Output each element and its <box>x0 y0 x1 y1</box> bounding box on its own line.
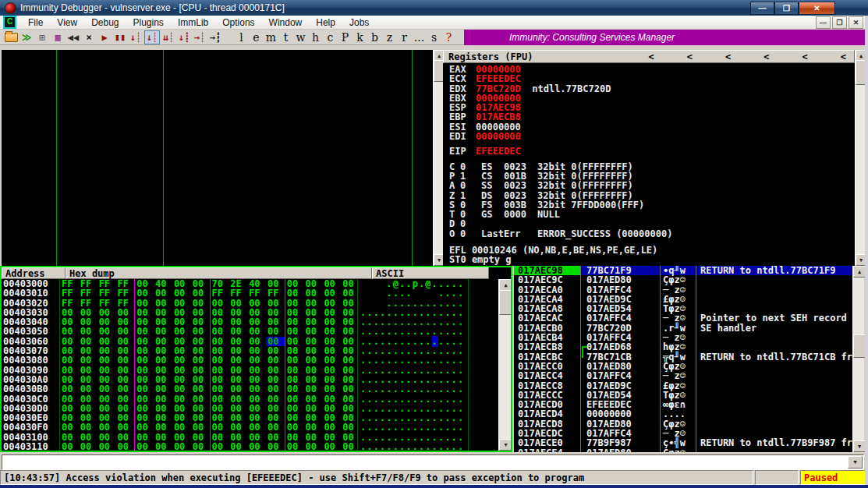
stack-row[interactable]: 017AECD400000000.... <box>514 409 852 419</box>
menu-item-help[interactable]: Help <box>309 16 342 29</box>
status-state-badge: Paused <box>800 470 868 485</box>
stack-row[interactable]: 017AECC4017AFFC4─ z☺ <box>514 371 852 380</box>
immunity-debugger-window: Immunity Debugger - vulnserver.exe - [CP… <box>0 0 868 488</box>
menu-item-debug[interactable]: Debug <box>84 16 126 29</box>
menu-bar: C FileViewDebugPluginsImmLibOptionsWindo… <box>0 16 868 30</box>
rewind-icon[interactable]: ◀◀ <box>66 31 80 44</box>
command-bar: ▼ <box>0 454 868 470</box>
registers-scrollbar[interactable]: ▲ ▼ <box>855 50 865 266</box>
flag-row[interactable]: Z1DS002332bit 0(FFFFFFFF) <box>449 191 855 200</box>
toolbar-letter-h[interactable]: h <box>308 31 323 44</box>
hexdump-row[interactable]: 0040305000000000000000000000000000000000… <box>2 327 511 336</box>
toolbar-letter-w[interactable]: w <box>293 31 308 44</box>
menu-item-immlib[interactable]: ImmLib <box>171 16 215 29</box>
hexdump-header: Address Hex dump ASCII <box>2 267 511 279</box>
step-into-icon[interactable]: ↓┊ <box>129 31 143 44</box>
toolbar: ≫⊞▦◀◀×▶▮▮↓┊↓┊⇊┊↓┋→┊→┇ lemtwhcPkbzr...s? … <box>0 30 868 45</box>
toolbar-letter-e[interactable]: e <box>249 31 264 44</box>
registers-chevrons[interactable]: <<<<<< <box>649 51 849 62</box>
toolbar-letter-t[interactable]: t <box>278 31 293 44</box>
flag-row[interactable]: O0LastErrERROR_SUCCESS (00000000) <box>449 229 855 239</box>
status-bar: [10:43:57] Access violation when executi… <box>0 470 868 485</box>
stack-row[interactable]: 017AECAC017AFFC4─ z☺Pointer to next SEH … <box>514 313 852 323</box>
status-spacer <box>755 470 799 485</box>
hexdump-row[interactable]: 0040312000000000000000000000000000000000… <box>2 451 511 452</box>
stack-row[interactable]: 017AECB8017AED68hφz☺ <box>514 342 852 352</box>
command-input[interactable]: ▼ <box>2 454 864 470</box>
stack-pane[interactable]: 017AEC9877BC71F9∙q╜wRETURN to ntdll.77BC… <box>514 266 852 452</box>
hexdump-header-address: Address <box>2 267 66 279</box>
disassembly-pane[interactable] <box>2 50 433 266</box>
registers-caption: Registers (FPU) <<<<<< <box>443 50 855 63</box>
toolbar-letter-dots[interactable]: ... <box>412 31 427 44</box>
menu-item-options[interactable]: Options <box>215 16 261 29</box>
register-row[interactable]: EDI00000000 <box>449 132 855 141</box>
app-icon <box>5 2 16 14</box>
menu-item-plugins[interactable]: Plugins <box>126 16 171 29</box>
run-icon[interactable]: ▶ <box>97 31 112 44</box>
toolbar-letter-r[interactable]: r <box>397 31 412 44</box>
mdi-close-button[interactable]: ✕ <box>849 16 863 29</box>
restart-icon[interactable]: ≫ <box>19 31 34 44</box>
menu-item-jobs[interactable]: Jobs <box>342 16 376 29</box>
appearance-icon[interactable]: ▦ <box>51 31 65 44</box>
register-row[interactable]: EIPEFEEEDEC <box>449 147 855 156</box>
open-file-icon[interactable] <box>4 31 18 44</box>
window-bottom-border <box>0 485 868 488</box>
close-program-icon[interactable]: × <box>82 31 96 44</box>
step-over-icon[interactable]: ↓┊ <box>144 30 160 44</box>
registers-title: Registers (FPU) <box>448 51 533 62</box>
status-message: [10:43:57] Access violation when executi… <box>0 470 753 485</box>
hexdump-header-ascii: ASCII <box>372 267 489 279</box>
registers-pane[interactable]: Registers (FPU) <<<<<< EAX00000000ECXEFE… <box>443 50 855 266</box>
toolbar-letter-P[interactable]: P <box>338 31 353 44</box>
toolbar-letter-c[interactable]: c <box>323 31 338 44</box>
stack-row[interactable]: 017AEC9C017AED80Çφz☺ <box>514 275 852 285</box>
stack-row[interactable]: 017AECE4017AED80Çφz☺ <box>514 448 852 452</box>
cpu-document-icon[interactable]: C <box>3 16 16 29</box>
goto-icon[interactable]: →┇ <box>208 31 222 44</box>
restore-button[interactable]: ❐ <box>774 2 799 15</box>
banner: Immunity: Consulting Services Manager <box>464 30 868 45</box>
window-title: Immunity Debugger - vulnserver.exe - [CP… <box>20 2 285 13</box>
mdi-restore-button[interactable]: ❐ <box>832 16 847 29</box>
trace-into-icon[interactable]: ⇊┊ <box>161 31 175 44</box>
command-dropdown-button[interactable]: ▼ <box>848 456 863 469</box>
menu-item-file[interactable]: File <box>21 16 50 29</box>
toolbar-letter-m[interactable]: m <box>264 31 278 44</box>
flag-row[interactable]: T0GS0000NULL <box>449 210 855 219</box>
disassembly-scrollbar[interactable]: ▲ ▼ <box>433 50 443 266</box>
fpu-st-row[interactable]: ST0 empty g <box>449 255 855 264</box>
menu-item-window[interactable]: Window <box>262 16 310 29</box>
close-button[interactable]: ✕ <box>799 2 835 15</box>
hexdump-pane[interactable]: Address Hex dump ASCII 00403000FFFFFFFF0… <box>0 266 512 452</box>
minimize-button[interactable]: — <box>750 2 774 15</box>
flag-row[interactable]: A0SS002332bit 0(FFFFFFFF) <box>449 181 855 190</box>
toolbar-letter-s[interactable]: s <box>427 31 441 44</box>
title-bar: Immunity Debugger - vulnserver.exe - [CP… <box>0 0 868 16</box>
toolbar-letter-help[interactable]: ? <box>441 31 456 44</box>
stack-row[interactable]: 017AECC8017AED9C£φz☺ <box>514 381 852 391</box>
menu-item-view[interactable]: View <box>50 16 84 29</box>
toolbar-letter-k[interactable]: k <box>353 31 367 44</box>
pause-icon[interactable]: ▮▮ <box>113 31 127 44</box>
trace-over-icon[interactable]: ↓┋ <box>177 31 191 44</box>
mdi-minimize-button[interactable]: — <box>816 16 831 29</box>
toolbar-letter-l[interactable]: l <box>234 31 249 44</box>
toolbar-letter-b[interactable]: b <box>367 31 382 44</box>
windows-icon[interactable]: ⊞ <box>35 31 49 44</box>
hexdump-scrollbar[interactable]: ▲ ▼ <box>498 279 511 451</box>
stack-scrollbar[interactable]: ▲ ▼ <box>852 266 864 452</box>
stack-row[interactable]: 017AECE077B9F987ç∙╣wRETURN to ntdll.77B9… <box>514 438 852 447</box>
execute-till-return-icon[interactable]: →┊ <box>193 31 207 44</box>
toolbar-letter-z[interactable]: z <box>382 31 397 44</box>
hexdump-header-hex: Hex dump <box>66 267 372 279</box>
window-right-border <box>865 16 868 485</box>
